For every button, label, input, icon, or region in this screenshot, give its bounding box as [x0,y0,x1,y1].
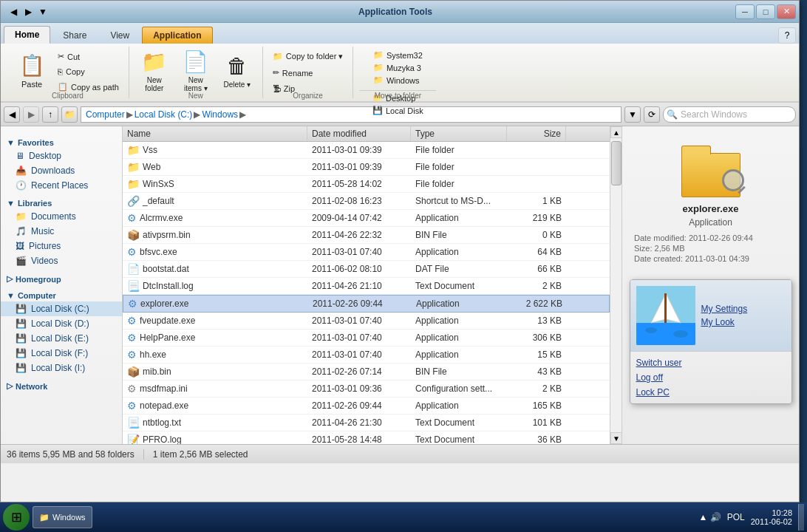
copy-button[interactable]: ⎘ Copy [54,65,123,78]
move-windows[interactable]: 📁 Windows [372,75,424,86]
qa-dropdown[interactable]: ▼ [36,5,50,18]
sidebar-item-local-disk-i[interactable]: 💾 Local Disk (I:) [1,361,122,375]
address-input[interactable]: Computer ▶ Local Disk (C:) ▶ Windows ▶ [81,106,622,123]
file-name: ntbtlog.txt [143,417,181,428]
crumb-local-disk[interactable]: Local Disk (C:) [134,109,193,120]
table-row[interactable]: ⚙hh.exe 2011-03-01 07:40 Application 15 … [123,347,610,364]
log-off-action[interactable]: Log off [636,372,786,383]
tab-application[interactable]: Application [142,27,212,44]
sidebar-item-desktop[interactable]: 🖥 Desktop [1,149,122,163]
close-button[interactable]: ✕ [777,4,796,19]
favorites-heading[interactable]: ▼ Favorites [1,135,122,149]
file-size: 15 KB [507,349,566,361]
lock-pc-action[interactable]: Lock PC [636,387,786,398]
sidebar-item-pictures[interactable]: 🖼 Pictures [1,239,122,253]
sidebar-item-documents[interactable]: 📁 Documents [1,209,122,224]
search-box[interactable]: 🔍 Search Windows [663,106,796,123]
new-folder-button[interactable]: 📁 Newfolder [135,50,174,92]
col-header-name[interactable]: Name [123,126,307,141]
cut-button[interactable]: ✂ Cut [54,50,123,64]
move-system32[interactable]: 📁 System32 [372,50,424,61]
up-button[interactable]: ↑ [42,106,58,123]
forward-button[interactable]: ▶ [23,106,39,123]
move-local-disk[interactable]: 💾 Local Disk [371,105,425,116]
copy-to-folder-button[interactable]: 📁 Copy to folder ▾ [269,50,347,64]
table-row[interactable]: 📁Vss 2011-03-01 09:39 File folder [123,142,610,159]
network-heading[interactable]: ▷ Network [1,378,122,392]
scroll-up-arrow[interactable]: ▲ [610,126,622,138]
crumb-computer[interactable]: Computer [86,109,125,120]
minimize-button[interactable]: ─ [735,4,755,19]
local-disk-f-icon: 💾 [16,348,27,358]
qa-back[interactable]: ◀ [7,5,20,18]
table-row[interactable]: 📃ntbtlog.txt 2011-04-26 21:30 Text Docum… [123,415,610,432]
libraries-heading[interactable]: ▼ Libraries [1,196,122,209]
file-date: 2011-03-01 09:39 [307,161,411,173]
qa-forward[interactable]: ▶ [21,5,35,18]
table-row[interactable]: 📁Web 2011-03-01 09:39 File folder [123,159,610,176]
scroll-down-arrow[interactable]: ▼ [610,432,622,444]
table-row[interactable]: 📁WinSxS 2011-05-28 14:02 File folder [123,176,610,193]
libraries-collapse-icon: ▼ [7,199,15,208]
file-size: 13 KB [507,315,566,327]
my-look-link[interactable]: My Look [701,317,748,327]
table-row[interactable]: ⚙bfsvc.exe 2011-03-01 07:40 Application … [123,244,610,261]
taskbar-clock[interactable]: 10:28 2011-06-02 [751,508,792,526]
user-popup-bottom: Switch user Log off Lock PC [630,351,791,403]
switch-user-action[interactable]: Switch user [636,358,786,368]
sidebar-item-videos[interactable]: 🎬 Videos [1,253,122,268]
paste-button[interactable]: 📋 Paste [13,50,51,92]
table-row[interactable]: ⚙fveupdate.exe 2011-03-01 07:40 Applicat… [123,313,610,330]
scrollbar-vertical[interactable]: ▲ ▼ [610,126,622,444]
table-row[interactable]: 📃DtcInstall.log 2011-04-26 21:10 Text Do… [123,278,610,295]
col-header-size[interactable]: Size [507,126,566,141]
local-disk-label: Local Disk [386,106,423,115]
homegroup-heading[interactable]: ▷ Homegroup [1,271,122,285]
sidebar-item-downloads[interactable]: 📥 Downloads [1,163,122,178]
recent-locations-button[interactable]: 📁 [61,106,78,123]
dropdown-button[interactable]: ▼ [624,106,641,123]
table-row[interactable]: 📝PFRO.log 2011-05-28 14:48 Text Document… [123,432,610,444]
new-items-button[interactable]: 📄 Newitems ▾ [177,50,215,92]
crumb-windows[interactable]: Windows [202,109,238,120]
rename-button[interactable]: ✏ Rename [269,66,317,80]
show-desktop-button[interactable] [798,504,804,531]
table-row[interactable]: 🔗_default 2011-02-08 16:23 Shortcut to M… [123,193,610,210]
table-row-selected[interactable]: ⚙explorer.exe 2011-02-26 09:44 Applicati… [123,295,610,313]
back-button[interactable]: ◀ [4,106,20,123]
scrollbar-thumb[interactable] [611,141,622,185]
copy-to-label: Copy to folder ▾ [286,52,344,61]
sidebar-item-local-disk-d[interactable]: 💾 Local Disk (D:) [1,316,122,331]
taskbar-explorer-item[interactable]: 📁 Windows [33,506,92,528]
table-row[interactable]: ⚙msdfmap.ini 2011-03-01 09:36 Configurat… [123,381,610,398]
col-header-date[interactable]: Date modified [307,126,411,141]
computer-heading[interactable]: ▼ Computer [1,288,122,301]
homegroup-collapse-icon: ▷ [7,274,13,284]
tab-home[interactable]: Home [4,26,50,44]
move-muzyka3[interactable]: 📁 Muzyka 3 [372,62,424,73]
table-row[interactable]: 📦mib.bin 2011-02-26 07:14 BIN File 43 KB [123,364,610,381]
file-type: Text Document [411,417,507,429]
sidebar-item-recent[interactable]: 🕐 Recent Places [1,178,122,193]
tab-view[interactable]: View [99,27,140,44]
pictures-icon: 🖼 [16,241,24,251]
tab-share[interactable]: Share [52,27,98,44]
table-row[interactable]: ⚙HelpPane.exe 2011-03-01 07:40 Applicati… [123,330,610,347]
col-header-type[interactable]: Type [411,126,507,141]
sidebar-item-local-disk-e[interactable]: 💾 Local Disk (E:) [1,331,122,346]
file-icon: 📃 [127,417,140,429]
sidebar-item-music[interactable]: 🎵 Music [1,224,122,239]
ribbon-group-new: 📁 Newfolder 📄 Newitems ▾ 🗑 Delete ▾ New [129,47,263,98]
table-row[interactable]: 📦ativpsrm.bin 2011-04-26 22:32 BIN File … [123,227,610,244]
ribbon-help-button[interactable]: ? [778,27,796,44]
refresh-button[interactable]: ⟳ [644,106,660,123]
my-settings-link[interactable]: My Settings [701,304,748,314]
maximize-button[interactable]: □ [756,4,775,19]
delete-button[interactable]: 🗑 Delete ▾ [218,50,256,92]
sidebar-item-local-disk-c[interactable]: 💾 Local Disk (C:) [1,301,122,316]
start-button[interactable]: ⊞ [3,504,30,531]
sidebar-item-local-disk-f[interactable]: 💾 Local Disk (F:) [1,346,122,361]
table-row[interactable]: 📄bootstat.dat 2011-06-02 08:10 DAT File … [123,261,610,278]
table-row[interactable]: ⚙notepad.exe 2011-02-26 09:44 Applicatio… [123,398,610,415]
table-row[interactable]: ⚙Alcrmv.exe 2009-04-14 07:42 Application… [123,210,610,227]
